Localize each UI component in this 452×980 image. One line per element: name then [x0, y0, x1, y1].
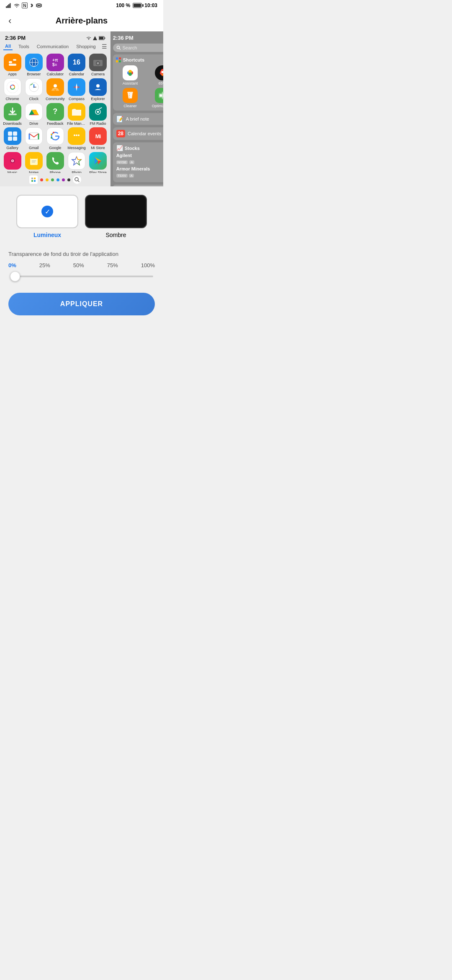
apps-svg [8, 58, 17, 67]
stock-exchange-agilent: NYSE [116, 160, 128, 164]
svg-rect-46 [29, 133, 39, 139]
svg-rect-10 [104, 37, 105, 39]
shortcut-65[interactable]: 65% [147, 65, 163, 85]
svg-point-57 [12, 160, 13, 162]
apply-button[interactable]: APPLIQUER [8, 293, 155, 315]
tab-tools[interactable]: Tools [17, 43, 31, 50]
svg-point-47 [53, 132, 54, 134]
app-item-explorer[interactable]: Explorer [88, 78, 108, 101]
app-label-explorer: Explorer [91, 97, 105, 101]
back-button[interactable]: ‹ [8, 15, 11, 26]
shortcut-cleaner[interactable]: Cleaner [116, 88, 145, 108]
app-item-playstore[interactable]: Play Store [88, 152, 108, 173]
svg-rect-64 [31, 180, 33, 182]
app-item-gmail[interactable]: Gmail [24, 127, 44, 150]
svg-rect-70 [116, 57, 118, 59]
shortcut-assistant[interactable]: Assistant [116, 65, 145, 85]
theme-options: ✓ Lumineux Sombre [8, 195, 155, 238]
theme-option-light[interactable]: ✓ Lumineux [16, 195, 78, 238]
camera-svg [93, 58, 103, 67]
tab-all[interactable]: All [3, 43, 13, 50]
customize-button[interactable]: Customi... [113, 185, 163, 186]
svg-rect-73 [119, 60, 121, 62]
rocket-svg [157, 68, 163, 78]
app-item-calendar[interactable]: 16 Calendar [67, 54, 86, 77]
shortcut-65-icon [155, 65, 163, 80]
transparency-title: Transparence de fond du tiroir de l'appl… [8, 251, 155, 257]
phone-svg [51, 156, 60, 165]
assistant-label: Assistant [123, 81, 138, 85]
stock-item-agilent: Agilent 79 NYSE A [116, 153, 163, 165]
notes-svg [29, 156, 39, 166]
app-item-gallery[interactable]: Gallery [3, 127, 22, 150]
apply-section: APPLIQUER [0, 283, 163, 328]
svg-point-22 [98, 63, 99, 64]
note-text: A brief note [126, 116, 149, 121]
app-item-chrome[interactable]: Chrome [3, 78, 22, 101]
calendar-widget-icon: 28 [116, 130, 125, 137]
app-item-music[interactable]: Music [3, 152, 22, 173]
svg-marker-8 [93, 36, 97, 40]
app-item-camera[interactable]: Camera [88, 54, 108, 77]
app-item-notes[interactable]: Notes [24, 152, 44, 173]
svg-rect-12 [9, 64, 16, 66]
drawer-top-bar: 2:36 PM [0, 31, 110, 43]
app-item-drive[interactable]: Drive [24, 103, 44, 126]
explorer-svg [92, 82, 103, 93]
fmradio-icon [89, 103, 107, 121]
t-label-25: 25% [39, 262, 50, 268]
svg-point-30 [54, 84, 57, 88]
app-item-calculator[interactable]: +π$≡ Calculator [45, 54, 65, 77]
calendar-widget-text: Calendar events [128, 131, 161, 136]
optimization-label: Optimization [152, 104, 163, 108]
svg-point-25 [11, 85, 14, 89]
drive-icon [25, 103, 43, 121]
compass-svg [71, 82, 82, 93]
app-item-messaging[interactable]: Messaging [67, 127, 86, 150]
cleaner-label: Cleaner [123, 104, 137, 108]
app-item-photo[interactable]: Photo [67, 152, 86, 173]
app-item-apps[interactable]: Apps [3, 54, 22, 77]
tab-communication[interactable]: Communication [35, 43, 70, 50]
calendar-icon: 16 [68, 54, 85, 71]
app-label-browser: Browser [27, 72, 41, 77]
app-item-google[interactable]: Google [45, 127, 65, 150]
theme-option-dark[interactable]: Sombre [85, 195, 147, 238]
status-right: 100 % 10:03 [116, 3, 157, 8]
search-input[interactable] [122, 45, 163, 50]
app-item-downloads[interactable]: Downloads [3, 103, 22, 126]
slider-container [8, 272, 155, 279]
app-item-community[interactable]: Community [45, 78, 65, 101]
playstore-svg [93, 156, 103, 165]
transparency-slider[interactable] [10, 276, 153, 277]
shortcuts-title: Shortcuts [123, 57, 144, 62]
app-label-clock: Clock [29, 97, 39, 101]
app-item-browser[interactable]: Browser [24, 54, 44, 77]
battery-fill [134, 4, 141, 7]
svg-rect-5 [38, 5, 40, 6]
stock-type-agilent: A [129, 160, 134, 164]
browser-svg [29, 57, 39, 67]
tab-shopping[interactable]: Shopping [74, 43, 98, 50]
search-bar[interactable] [113, 44, 163, 52]
drawer-menu-icon[interactable]: ☰ [102, 43, 107, 50]
chrome-svg [7, 81, 18, 93]
shortcut-optimization[interactable]: Optimization [147, 88, 163, 108]
calculator-icon: +π$≡ [46, 54, 64, 71]
app-label-apps: Apps [8, 72, 17, 77]
app-grid: Apps Browser +π$≡ Calculator 16 [0, 52, 110, 173]
app-item-fmradio[interactable]: FM Radio [88, 103, 108, 126]
app-item-clock[interactable]: Clock [24, 78, 44, 101]
search-dot[interactable] [73, 175, 81, 184]
app-item-filemanager[interactable]: File Mana... [67, 103, 86, 126]
stocks-icon: 📈 [116, 145, 123, 151]
music-icon [4, 152, 21, 170]
app-item-phone[interactable]: Phone [45, 152, 65, 173]
app-item-feedback[interactable]: ? Feedback [45, 103, 65, 126]
app-item-compass[interactable]: Compass [67, 78, 86, 101]
clock-time: 10:03 [144, 3, 157, 8]
grid-dot[interactable] [29, 175, 38, 184]
svg-rect-1 [7, 5, 8, 8]
app-item-mistore[interactable]: Mi Mi Store [88, 127, 108, 150]
bluetooth-icon [29, 3, 34, 8]
